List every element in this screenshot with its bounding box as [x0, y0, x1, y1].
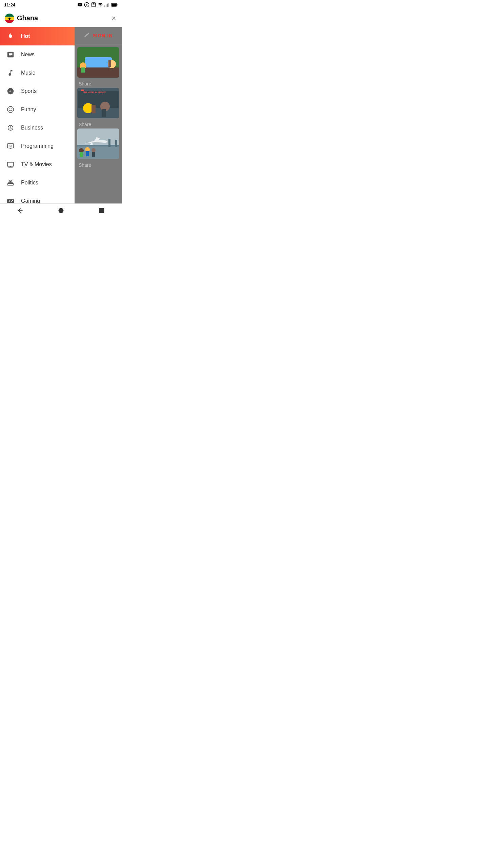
- svg-rect-54: [92, 152, 95, 157]
- sidebar-item-tv-movies[interactable]: TV & Movies: [0, 155, 75, 174]
- svg-rect-6: [107, 4, 107, 7]
- svg-rect-59: [99, 208, 104, 213]
- svg-text:THE HOTEL IN AFRICA!: THE HOTEL IN AFRICA!: [83, 91, 106, 93]
- svg-rect-55: [77, 145, 119, 146]
- sidebar-item-business[interactable]: $ Business: [0, 119, 75, 137]
- svg-rect-7: [108, 3, 109, 7]
- edit-icon: [84, 32, 90, 39]
- parental-icon: P: [84, 2, 89, 7]
- home-button[interactable]: [54, 204, 68, 217]
- svg-rect-56: [108, 139, 110, 147]
- sim-icon: [91, 2, 96, 7]
- sports-label: Sports: [21, 88, 37, 94]
- business-label: Business: [21, 125, 43, 131]
- svg-rect-31: [9, 180, 12, 182]
- sidebar-item-hot[interactable]: Hot: [0, 27, 75, 45]
- header: Ghana ×: [0, 9, 122, 27]
- sidebar-item-news[interactable]: News: [0, 45, 75, 64]
- svg-rect-48: [77, 129, 119, 145]
- news-icon: [6, 50, 15, 59]
- sidebar: Hot News Music: [0, 27, 75, 203]
- back-button[interactable]: [14, 204, 27, 217]
- hot-label: Hot: [21, 33, 30, 39]
- wifi-icon: [98, 2, 103, 7]
- gaming-label: Gaming: [21, 198, 40, 203]
- svg-text:P: P: [86, 4, 87, 6]
- youtube-icon: [77, 2, 83, 7]
- svg-point-58: [59, 208, 64, 213]
- business-icon: $: [6, 123, 15, 132]
- svg-rect-25: [7, 162, 14, 166]
- svg-rect-2: [92, 3, 96, 7]
- programming-label: Programming: [21, 143, 54, 149]
- svg-point-49: [79, 148, 84, 153]
- share-label-2: Share: [77, 120, 119, 129]
- svg-point-51: [85, 147, 90, 152]
- svg-rect-13: [5, 20, 14, 23]
- sidebar-item-politics[interactable]: Politics: [0, 174, 75, 192]
- svg-rect-5: [106, 4, 106, 7]
- sidebar-item-programming[interactable]: </> Programming: [0, 137, 75, 155]
- sidebar-item-gaming[interactable]: Gaming: [0, 192, 75, 203]
- funny-icon: [6, 105, 15, 114]
- battery-icon: [111, 2, 118, 7]
- svg-rect-57: [115, 140, 117, 147]
- video-list: Share THE HOTEL IN AFRICA!: [75, 44, 122, 172]
- status-icons: P: [77, 2, 118, 7]
- video-card-3[interactable]: [77, 129, 119, 159]
- status-time: 11:24: [4, 2, 15, 7]
- tv-movies-label: TV & Movies: [21, 161, 52, 167]
- svg-rect-52: [86, 151, 89, 156]
- sign-in-area[interactable]: SIGN IN: [75, 27, 122, 44]
- svg-point-18: [11, 108, 12, 109]
- video-card-1[interactable]: [77, 47, 119, 78]
- video-thumb-1: [77, 47, 119, 78]
- sports-icon: [6, 87, 15, 96]
- main-layout: Hot News Music: [0, 27, 122, 203]
- signal-icon: [104, 2, 110, 7]
- svg-rect-36: [108, 60, 111, 67]
- politics-icon: [6, 178, 15, 187]
- tv-icon: [6, 160, 15, 169]
- svg-rect-50: [80, 152, 83, 157]
- svg-rect-44: [92, 105, 96, 113]
- svg-text:</>: </>: [9, 144, 13, 147]
- fire-icon: [6, 32, 15, 41]
- music-icon: [6, 68, 15, 77]
- svg-rect-3: [93, 3, 94, 4]
- share-label-1: Share: [77, 79, 119, 88]
- svg-rect-46: [102, 109, 106, 117]
- news-label: News: [21, 52, 35, 58]
- right-panel: SIGN IN: [75, 27, 122, 203]
- ghana-flag: [5, 14, 14, 23]
- video-thumb-2: THE HOTEL IN AFRICA!: [77, 88, 119, 118]
- svg-rect-10: [112, 3, 116, 6]
- music-label: Music: [21, 70, 35, 76]
- svg-rect-38: [81, 67, 85, 73]
- svg-rect-9: [117, 4, 118, 6]
- svg-rect-11: [5, 14, 14, 17]
- sidebar-item-sports[interactable]: Sports: [0, 82, 75, 100]
- funny-label: Funny: [21, 106, 36, 113]
- programming-icon: </>: [6, 142, 15, 151]
- sidebar-item-music[interactable]: Music: [0, 64, 75, 82]
- politics-label: Politics: [21, 180, 38, 186]
- recent-button[interactable]: [95, 204, 108, 217]
- svg-text:$: $: [9, 126, 12, 130]
- header-title: Ghana: [17, 14, 110, 22]
- gaming-icon: [6, 197, 15, 203]
- bottom-nav: [0, 203, 122, 217]
- svg-rect-41: [81, 90, 84, 91]
- sidebar-item-funny[interactable]: Funny: [0, 100, 75, 119]
- svg-point-53: [92, 148, 96, 152]
- video-thumb-3: [77, 129, 119, 159]
- share-label-3: Share: [77, 160, 119, 169]
- svg-point-17: [9, 108, 10, 109]
- svg-rect-4: [105, 5, 105, 7]
- sign-in-button[interactable]: SIGN IN: [93, 33, 113, 38]
- close-button[interactable]: ×: [110, 13, 117, 24]
- svg-point-16: [7, 106, 14, 113]
- status-bar: 11:24 P: [0, 0, 122, 9]
- video-card-2[interactable]: THE HOTEL IN AFRICA!: [77, 88, 119, 118]
